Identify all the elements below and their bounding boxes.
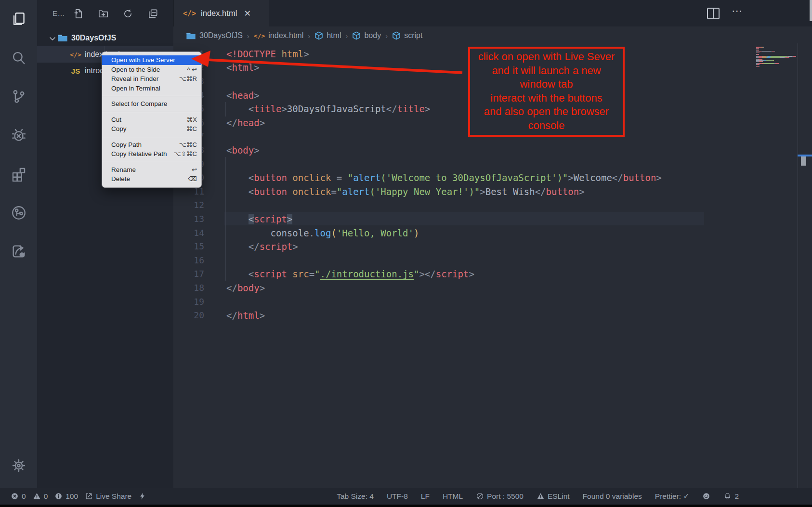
tree-item-30daysofjs[interactable]: 30DaysOfJS xyxy=(37,30,173,46)
chevron-down-icon xyxy=(48,34,57,42)
line-number: 13 xyxy=(173,212,204,226)
breadcrumb-separator: › xyxy=(308,32,310,40)
tab-index-html[interactable]: </> index.html ✕ xyxy=(174,0,269,26)
folder-icon xyxy=(186,32,196,40)
status-notifications-bell[interactable]: 2 xyxy=(723,492,739,501)
status-errors-indicator[interactable]: 0 xyxy=(11,492,26,501)
js-file-icon: JS xyxy=(70,67,81,75)
error-icon xyxy=(11,492,19,500)
code-line-10[interactable]: 10 <button onclick = "alert('Welcome to … xyxy=(173,171,812,185)
code-line-20[interactable]: 20</html> xyxy=(173,309,812,323)
status-left-group: 00100Live Share xyxy=(0,492,146,501)
code-line-14[interactable]: 14 console.log('Hello, World') xyxy=(173,226,812,240)
menu-item-cut[interactable]: Cut⌘X xyxy=(102,115,201,125)
new-folder-icon[interactable] xyxy=(96,7,110,20)
line-number: 12 xyxy=(173,198,204,212)
activity-explorer-icon[interactable] xyxy=(0,2,37,36)
annotation-text: console xyxy=(470,119,623,133)
breadcrumb: 30DaysOfJS›</>index.html›html›body›scrip… xyxy=(186,28,422,43)
symbol-cube-icon xyxy=(392,31,401,40)
code-line-9[interactable]: 9 xyxy=(173,157,812,171)
status-tab-size[interactable]: Tab Size: 4 xyxy=(337,492,374,501)
activity-debug-icon[interactable] xyxy=(0,118,37,152)
annotation-text: window tab xyxy=(470,78,623,91)
menu-item-reveal-in-finder[interactable]: Reveal in Finder⌥⌘R xyxy=(102,74,201,84)
explorer-header: E… xyxy=(37,0,173,26)
annotation-text: interact with the buttons xyxy=(470,91,623,105)
code-line-11[interactable]: 11 <button onclick="alert('Happy New Yea… xyxy=(173,185,812,199)
menu-item-copy[interactable]: Copy⌘C xyxy=(102,124,201,134)
tab-bar: </> index.html ✕ ⋯ xyxy=(173,0,812,26)
html-file-icon: </> xyxy=(183,9,196,18)
status-eol[interactable]: LF xyxy=(421,492,430,501)
share-box-icon xyxy=(85,492,93,500)
scrollbar-thumb[interactable] xyxy=(801,156,806,166)
code-line-19[interactable]: 19 xyxy=(173,295,812,309)
activity-bar xyxy=(0,0,37,505)
code-line-16[interactable]: 16 xyxy=(173,254,812,268)
status-right-group: Tab Size: 4UTF-8LFHTMLPort : 5500ESLintF… xyxy=(337,492,812,501)
menu-item-rename[interactable]: Rename↩ xyxy=(102,165,201,175)
split-editor-icon[interactable] xyxy=(707,7,720,20)
activity-source-control-icon[interactable] xyxy=(0,79,37,113)
breadcrumb-script[interactable]: script xyxy=(392,31,422,40)
tab-close-icon[interactable]: ✕ xyxy=(244,8,251,19)
code-line-8[interactable]: 8<body> xyxy=(173,143,812,157)
status-live-share[interactable]: Live Share xyxy=(85,492,131,501)
line-number: 20 xyxy=(173,309,204,323)
menu-item-copy-relative-path[interactable]: Copy Relative Path⌥⇧⌘C xyxy=(102,149,201,159)
status-feedback-smiley[interactable] xyxy=(702,492,710,500)
activity-search-icon[interactable] xyxy=(0,41,37,75)
html-file-icon: </> xyxy=(254,32,265,39)
context-menu: Open with Live ServerOpen to the Side^ ↩… xyxy=(102,52,202,188)
symbol-cube-icon xyxy=(314,31,323,40)
warn-tri-icon xyxy=(537,492,545,500)
line-number: 17 xyxy=(173,267,204,281)
code-line-18[interactable]: 18</body> xyxy=(173,281,812,295)
status-language-mode[interactable]: HTML xyxy=(443,492,463,501)
menu-item-open-with-live-server[interactable]: Open with Live Server xyxy=(102,55,201,65)
minimap[interactable] xyxy=(756,47,797,76)
bell-icon xyxy=(723,492,732,500)
code-line-12[interactable]: 12 xyxy=(173,198,812,212)
refresh-icon[interactable] xyxy=(121,7,134,20)
annotation-text: and it will launch a new xyxy=(470,64,623,78)
status-variables-count[interactable]: Found 0 variables xyxy=(583,492,642,501)
html-file-icon: </> xyxy=(70,51,81,58)
menu-item-delete[interactable]: Delete⌫ xyxy=(102,174,201,184)
status-info-indicator[interactable]: 100 xyxy=(54,492,78,501)
line-number: 19 xyxy=(173,295,204,309)
menu-item-select-for-compare[interactable]: Select for Compare xyxy=(102,99,201,109)
status-warnings-indicator[interactable]: 0 xyxy=(33,492,48,501)
annotation-text: click on open with Live Sever xyxy=(470,50,623,64)
more-actions-icon[interactable]: ⋯ xyxy=(732,5,744,17)
status-live-server-port[interactable]: Port : 5500 xyxy=(476,492,524,501)
collapse-folders-icon[interactable] xyxy=(146,7,159,20)
line-number: 16 xyxy=(173,254,204,268)
breadcrumb-30daysofjs[interactable]: 30DaysOfJS xyxy=(186,31,243,40)
menu-item-open-in-terminal[interactable]: Open in Terminal xyxy=(102,84,201,93)
activity-extensions-icon[interactable] xyxy=(0,157,37,191)
menu-item-copy-path[interactable]: Copy Path⌥⌘C xyxy=(102,140,201,150)
settings-gear-icon[interactable] xyxy=(0,449,37,482)
status-encoding[interactable]: UTF-8 xyxy=(387,492,408,501)
explorer-title: E… xyxy=(52,9,65,17)
code-line-17[interactable]: 17 <script src="./introduction.js"></scr… xyxy=(173,267,812,281)
status-prettier[interactable]: Prettier: ✓ xyxy=(655,492,690,501)
status-eslint[interactable]: ESLint xyxy=(537,492,570,501)
line-number: 18 xyxy=(173,281,204,295)
activity-live-share-icon[interactable] xyxy=(0,196,37,230)
menu-item-open-to-the-side[interactable]: Open to the Side^ ↩ xyxy=(102,65,201,75)
annotation-note: click on open with Live Severand it will… xyxy=(468,47,625,137)
activity-share-icon[interactable] xyxy=(0,234,37,268)
code-line-13[interactable]: 13 <script> xyxy=(173,212,812,226)
new-file-icon[interactable] xyxy=(72,7,85,20)
folder-icon xyxy=(57,34,68,42)
code-line-15[interactable]: 15 </script> xyxy=(173,240,812,254)
zap-icon xyxy=(138,492,146,500)
breadcrumb-body[interactable]: body xyxy=(352,31,381,40)
breadcrumb-index-html[interactable]: </>index.html xyxy=(254,31,303,40)
smiley-icon xyxy=(702,492,710,500)
breadcrumb-html[interactable]: html xyxy=(314,31,341,40)
status-zap[interactable] xyxy=(138,492,146,500)
